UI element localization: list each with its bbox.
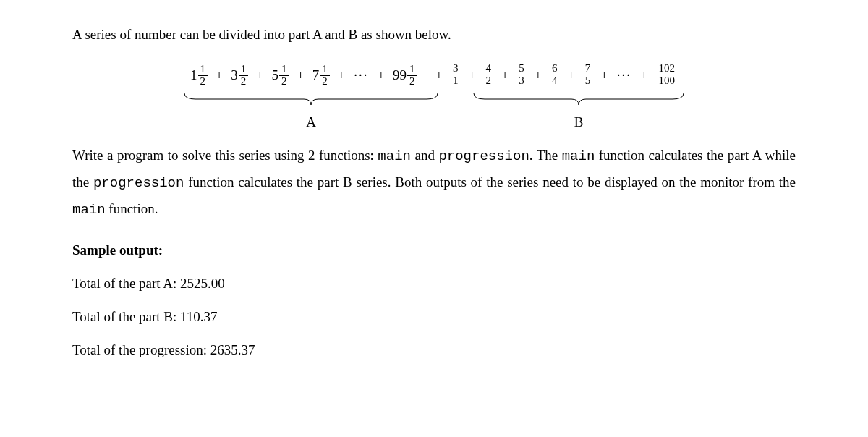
sample-output-heading: Sample output: bbox=[72, 237, 796, 263]
underbrace-b-icon bbox=[470, 92, 687, 108]
output-line-b: Total of the part B: 110.37 bbox=[72, 304, 796, 330]
intro-text: A series of number can be divided into p… bbox=[72, 22, 796, 48]
output-line-a: Total of the part A: 2525.00 bbox=[72, 271, 796, 297]
label-a: A bbox=[306, 109, 316, 135]
output-line-total: Total of the progression: 2635.37 bbox=[72, 337, 796, 363]
brace-labels: A B bbox=[72, 92, 796, 135]
underbrace-a-icon bbox=[181, 92, 441, 108]
instructions-text: Write a program to solve this series usi… bbox=[72, 143, 796, 223]
series-equation: 112 + 312 + 512 + 712 +···+ 9912 + 31 + … bbox=[72, 61, 796, 88]
label-b: B bbox=[574, 109, 584, 135]
